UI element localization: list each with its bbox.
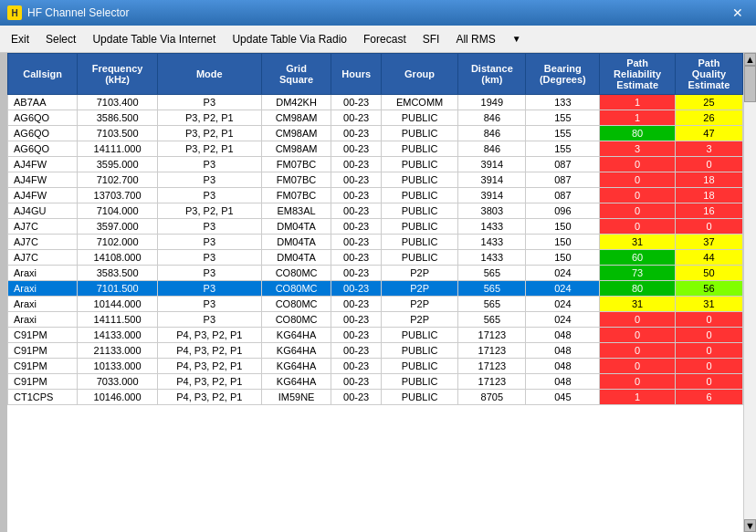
title-bar: H HF Channel Selector ✕	[0, 0, 756, 26]
table-cell: P4, P3, P2, P1	[157, 328, 261, 343]
table-row[interactable]: AJ7C14108.000P3DM04TA00-23PUBLIC14331506…	[8, 250, 743, 266]
table-cell: 00-23	[331, 250, 381, 266]
table-row[interactable]: AB7AA7103.400P3DM42KH00-23EMCOMM19491331…	[8, 95, 743, 110]
table-row[interactable]: AG6QO3586.500P3, P2, P1CM98AM00-23PUBLIC…	[8, 110, 743, 126]
table-cell: 10133.000	[78, 359, 158, 374]
table-cell: 0	[600, 343, 676, 359]
table-cell: 21133.000	[78, 343, 158, 359]
table-cell: 0	[600, 172, 676, 188]
menu-sfi[interactable]: SFI	[415, 28, 447, 50]
table-cell: 17123	[458, 359, 526, 374]
table-cell: 80	[600, 281, 676, 297]
menu-exit[interactable]: Exit	[4, 28, 37, 50]
close-button[interactable]: ✕	[727, 4, 749, 22]
table-cell: 00-23	[331, 297, 381, 312]
table-cell: PUBLIC	[381, 188, 458, 203]
col-grid: GridSquare	[261, 54, 331, 95]
table-row[interactable]: AJ4FW3595.000P3FM07BC00-23PUBLIC39140870…	[8, 157, 743, 172]
table-row[interactable]: AJ7C3597.000P3DM04TA00-23PUBLIC143315000	[8, 219, 743, 235]
table-cell: 024	[526, 312, 600, 328]
table-cell: 150	[526, 235, 600, 250]
table-container[interactable]: Callsign Frequency(kHz) Mode GridSquare …	[7, 53, 743, 532]
table-cell: 50	[675, 266, 742, 281]
table-cell: 7103.500	[78, 126, 158, 141]
table-cell: P3, P2, P1	[157, 141, 261, 157]
table-cell: 00-23	[331, 390, 381, 405]
table-cell: 00-23	[331, 172, 381, 188]
table-row[interactable]: AJ4GU7104.000P3, P2, P1EM83AL00-23PUBLIC…	[8, 203, 743, 219]
table-cell: 0	[675, 328, 742, 343]
table-cell: 150	[526, 250, 600, 266]
window-title: HF Channel Selector	[27, 6, 727, 19]
table-cell: Araxi	[8, 297, 78, 312]
table-cell: 6	[675, 390, 742, 405]
table-row[interactable]: AG6QO14111.000P3, P2, P1CM98AM00-23PUBLI…	[8, 141, 743, 157]
table-cell: 31	[600, 235, 676, 250]
table-cell: AJ4FW	[8, 172, 78, 188]
table-cell: 846	[458, 141, 526, 157]
table-cell: CM98AM	[261, 141, 331, 157]
table-row[interactable]: Araxi10144.000P3CO80MC00-23P2P5650243131	[8, 297, 743, 312]
table-cell: 10144.000	[78, 297, 158, 312]
scroll-down-button[interactable]: ▼	[744, 519, 756, 532]
table-cell: AJ4FW	[8, 188, 78, 203]
table-cell: 0	[600, 328, 676, 343]
menu-update-internet[interactable]: Update Table Via Internet	[85, 28, 223, 50]
table-row[interactable]: CT1CPS10146.000P4, P3, P2, P1IM59NE00-23…	[8, 390, 743, 405]
table-row[interactable]: Araxi14111.500P3CO80MC00-23P2P56502400	[8, 312, 743, 328]
table-cell: 44	[675, 250, 742, 266]
table-cell: 10146.000	[78, 390, 158, 405]
table-cell: 133	[526, 95, 600, 110]
col-mode: Mode	[157, 54, 261, 95]
table-cell: 14133.000	[78, 328, 158, 343]
col-reliability: PathReliabilityEstimate	[600, 54, 676, 95]
table-cell: PUBLIC	[381, 110, 458, 126]
table-cell: P3	[157, 95, 261, 110]
scroll-up-button[interactable]: ▲	[744, 53, 756, 66]
table-cell: 0	[600, 359, 676, 374]
table-cell: AJ7C	[8, 250, 78, 266]
table-cell: P4, P3, P2, P1	[157, 359, 261, 374]
table-cell: P2P	[381, 281, 458, 297]
table-cell: 3914	[458, 157, 526, 172]
scrollbar[interactable]: ▲ ▼	[743, 53, 756, 532]
table-cell: 0	[600, 312, 676, 328]
table-cell: Araxi	[8, 281, 78, 297]
table-row[interactable]: AJ7C7102.000P3DM04TA00-23PUBLIC143315031…	[8, 235, 743, 250]
dropdown-arrow-icon[interactable]: ▼	[512, 34, 521, 44]
table-cell: 26	[675, 110, 742, 126]
table-cell: P3	[157, 312, 261, 328]
table-cell: 17123	[458, 328, 526, 343]
table-cell: 3914	[458, 188, 526, 203]
table-row[interactable]: AG6QO7103.500P3, P2, P1CM98AM00-23PUBLIC…	[8, 126, 743, 141]
table-row[interactable]: C91PM21133.000P4, P3, P2, P1KG64HA00-23P…	[8, 343, 743, 359]
table-cell: 048	[526, 343, 600, 359]
table-cell: FM07BC	[261, 157, 331, 172]
table-cell: 1433	[458, 219, 526, 235]
table-cell: 0	[675, 219, 742, 235]
table-row[interactable]: C91PM7033.000P4, P3, P2, P1KG64HA00-23PU…	[8, 374, 743, 390]
table-cell: DM42KH	[261, 95, 331, 110]
table-cell: 18	[675, 188, 742, 203]
table-cell: 00-23	[331, 281, 381, 297]
table-row[interactable]: Araxi7101.500P3CO80MC00-23P2P5650248056	[8, 281, 743, 297]
table-row[interactable]: Araxi3583.500P3CO80MC00-23P2P5650247350	[8, 266, 743, 281]
table-cell: 3	[675, 141, 742, 157]
table-cell: 087	[526, 188, 600, 203]
menu-update-radio[interactable]: Update Table Via Radio	[225, 28, 354, 50]
menu-select[interactable]: Select	[38, 28, 83, 50]
table-cell: Araxi	[8, 312, 78, 328]
table-row[interactable]: AJ4FW13703.700P3FM07BC00-23PUBLIC3914087…	[8, 188, 743, 203]
table-cell: 155	[526, 126, 600, 141]
menu-forecast[interactable]: Forecast	[356, 28, 414, 50]
table-row[interactable]: AJ4FW7102.700P3FM07BC00-23PUBLIC39140870…	[8, 172, 743, 188]
table-cell: P2P	[381, 266, 458, 281]
menu-all-rms[interactable]: All RMS	[448, 28, 502, 50]
table-row[interactable]: C91PM10133.000P4, P3, P2, P1KG64HA00-23P…	[8, 359, 743, 374]
table-cell: PUBLIC	[381, 219, 458, 235]
table-cell: 80	[600, 126, 676, 141]
table-cell: 565	[458, 297, 526, 312]
table-row[interactable]: C91PM14133.000P4, P3, P2, P1KG64HA00-23P…	[8, 328, 743, 343]
scroll-thumb[interactable]	[744, 66, 756, 102]
table-cell: 7102.700	[78, 172, 158, 188]
